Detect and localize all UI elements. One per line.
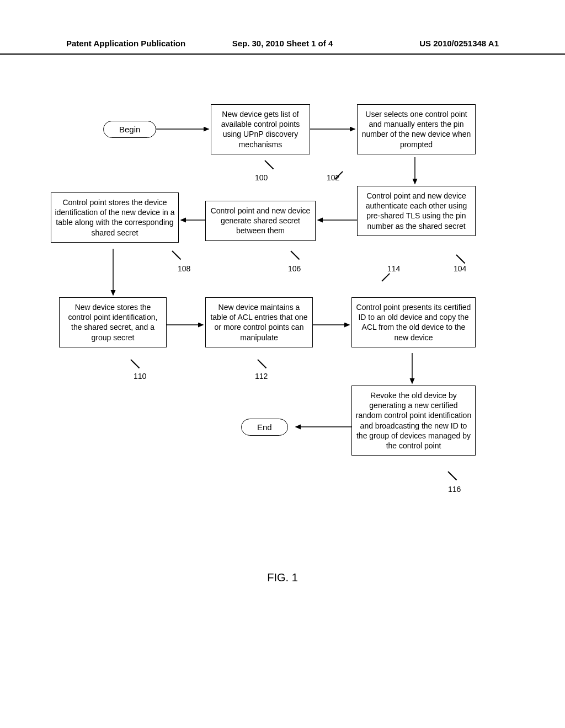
- ref-106: 106: [288, 264, 301, 273]
- ref-104: 104: [454, 264, 466, 273]
- tick-116: [447, 471, 457, 480]
- ref-108: 108: [178, 264, 190, 273]
- flowchart-diagram: Begin New device gets list of available …: [51, 104, 514, 584]
- ref-116: 116: [448, 485, 461, 494]
- ref-102: 102: [327, 173, 339, 182]
- box-108: Control point stores the device identifi…: [51, 192, 179, 243]
- box-114: Control point presents its certified ID …: [351, 297, 476, 347]
- tick-110: [130, 359, 140, 368]
- tick-104: [456, 254, 465, 264]
- ref-114: 114: [387, 264, 400, 273]
- header-patent-number: US 2010/0251348 A1: [355, 39, 499, 48]
- ref-112: 112: [255, 372, 268, 381]
- terminal-begin: Begin: [103, 121, 156, 138]
- box-110: New device stores the control point iden…: [59, 297, 167, 347]
- ref-100: 100: [255, 173, 268, 182]
- figure-label: FIG. 1: [267, 571, 298, 584]
- tick-106: [290, 250, 300, 260]
- page-header: Patent Application Publication Sep. 30, …: [0, 0, 565, 55]
- box-100: New device gets list of available contro…: [211, 104, 310, 154]
- tick-112: [257, 359, 266, 368]
- box-106: Control point and new device generate sh…: [205, 201, 316, 241]
- box-112: New device maintains a table of ACL entr…: [205, 297, 313, 347]
- box-116: Revoke the old device by generating a ne…: [351, 386, 476, 456]
- tick-114: [381, 273, 390, 282]
- terminal-end: End: [241, 419, 288, 436]
- ref-110: 110: [134, 372, 146, 381]
- header-publication: Patent Application Publication: [66, 39, 210, 48]
- header-sheet-info: Sep. 30, 2010 Sheet 1 of 4: [210, 39, 354, 48]
- box-104: Control point and new device authenticat…: [357, 186, 476, 236]
- tick-100: [264, 160, 274, 169]
- tick-108: [172, 250, 181, 260]
- box-102: User selects one control point and manua…: [357, 104, 476, 154]
